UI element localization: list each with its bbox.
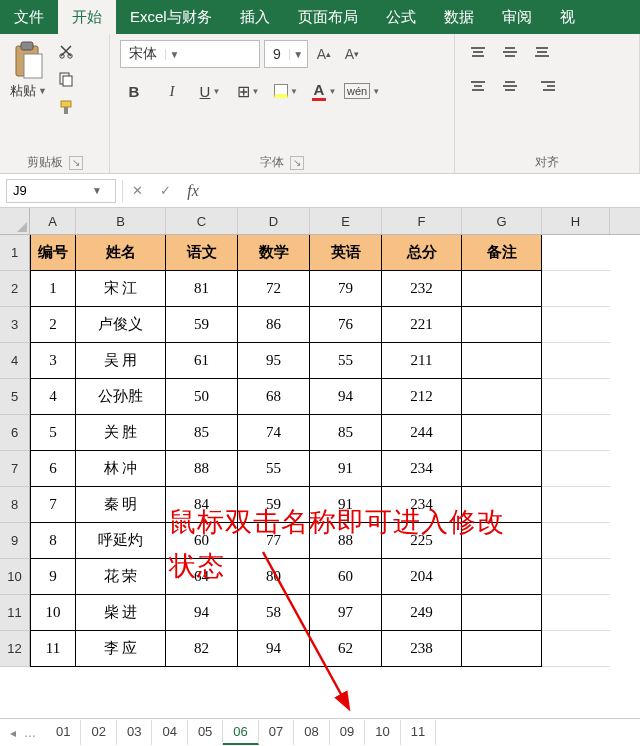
cell[interactable]: 呼延灼 (76, 523, 166, 559)
cell[interactable]: 77 (238, 523, 310, 559)
cell[interactable]: 64 (166, 559, 238, 595)
cell[interactable]: 88 (166, 451, 238, 487)
row-header[interactable]: 1 (0, 235, 30, 271)
cell[interactable]: 秦 明 (76, 487, 166, 523)
cell[interactable]: 6 (30, 451, 76, 487)
sheet-nav-first-icon[interactable]: ◂ (10, 726, 16, 740)
paste-label[interactable]: 粘贴 (10, 82, 36, 100)
cell[interactable]: 86 (238, 307, 310, 343)
font-dialog-icon[interactable]: ↘ (290, 156, 304, 170)
phonetic-button[interactable]: wén▼ (348, 78, 376, 104)
cut-button[interactable] (55, 40, 77, 62)
row-header[interactable]: 4 (0, 343, 30, 379)
sheet-tab[interactable]: 05 (188, 720, 223, 745)
increase-font-button[interactable]: A▴ (312, 40, 336, 68)
cell[interactable]: 95 (238, 343, 310, 379)
cell[interactable]: 76 (310, 307, 382, 343)
row-header[interactable]: 12 (0, 631, 30, 667)
sheet-tab[interactable]: 07 (259, 720, 294, 745)
bold-button[interactable]: B (120, 78, 148, 104)
sheet-nav-prev-icon[interactable]: … (24, 726, 36, 740)
cell[interactable]: 211 (382, 343, 462, 379)
col-header[interactable]: E (310, 208, 382, 234)
cell[interactable] (542, 235, 610, 271)
row-header[interactable]: 5 (0, 379, 30, 415)
cell[interactable] (462, 307, 542, 343)
cell[interactable]: 204 (382, 559, 462, 595)
cell[interactable]: 94 (310, 379, 382, 415)
cell[interactable] (542, 343, 610, 379)
cell[interactable]: 9 (30, 559, 76, 595)
col-header[interactable]: B (76, 208, 166, 234)
col-header[interactable]: A (30, 208, 76, 234)
cell[interactable] (542, 523, 610, 559)
tab-data[interactable]: 数据 (430, 0, 488, 34)
align-middle-button[interactable] (497, 40, 523, 64)
header-cell[interactable]: 英语 (310, 235, 382, 271)
cancel-formula-button[interactable]: ✕ (123, 183, 151, 198)
row-header[interactable]: 6 (0, 415, 30, 451)
row-header[interactable]: 7 (0, 451, 30, 487)
cell[interactable]: 79 (310, 271, 382, 307)
header-cell[interactable]: 数学 (238, 235, 310, 271)
cell[interactable]: 72 (238, 271, 310, 307)
cell[interactable]: 2 (30, 307, 76, 343)
header-cell[interactable]: 编号 (30, 235, 76, 271)
cell[interactable]: 238 (382, 631, 462, 667)
cell[interactable]: 卢俊义 (76, 307, 166, 343)
cell[interactable] (542, 487, 610, 523)
cell[interactable] (462, 451, 542, 487)
col-header[interactable]: G (462, 208, 542, 234)
tab-file[interactable]: 文件 (0, 0, 58, 34)
cell[interactable]: 59 (238, 487, 310, 523)
header-cell[interactable]: 总分 (382, 235, 462, 271)
cell[interactable]: 59 (166, 307, 238, 343)
cell[interactable]: 88 (310, 523, 382, 559)
sheet-tab[interactable]: 08 (294, 720, 329, 745)
tab-home[interactable]: 开始 (58, 0, 116, 34)
enter-formula-button[interactable]: ✓ (151, 183, 179, 198)
cell[interactable]: 81 (166, 271, 238, 307)
cell[interactable]: 花 荣 (76, 559, 166, 595)
cell[interactable]: 林 冲 (76, 451, 166, 487)
row-header[interactable]: 8 (0, 487, 30, 523)
sheet-tab[interactable]: 01 (46, 720, 81, 745)
cell[interactable]: 11 (30, 631, 76, 667)
cell[interactable] (462, 595, 542, 631)
cell[interactable] (462, 559, 542, 595)
align-left-button[interactable] (465, 74, 491, 98)
cell[interactable]: 8 (30, 523, 76, 559)
cell[interactable]: 4 (30, 379, 76, 415)
cell[interactable]: 吴 用 (76, 343, 166, 379)
cell[interactable] (462, 415, 542, 451)
cell[interactable] (542, 271, 610, 307)
cell[interactable]: 85 (310, 415, 382, 451)
align-bottom-button[interactable] (529, 40, 555, 64)
cell[interactable] (462, 379, 542, 415)
cell[interactable]: 91 (310, 451, 382, 487)
underline-button[interactable]: U▼ (196, 78, 224, 104)
cell[interactable]: 55 (310, 343, 382, 379)
align-center-button[interactable] (497, 74, 523, 98)
clipboard-dialog-icon[interactable]: ↘ (69, 156, 83, 170)
cell[interactable]: 234 (382, 451, 462, 487)
select-all-corner[interactable] (0, 208, 30, 234)
cell[interactable]: 84 (166, 487, 238, 523)
cell[interactable]: 74 (238, 415, 310, 451)
sheet-tab[interactable]: 11 (401, 720, 436, 745)
cell[interactable]: 68 (238, 379, 310, 415)
header-cell[interactable]: 语文 (166, 235, 238, 271)
cell[interactable]: 关 胜 (76, 415, 166, 451)
cell[interactable]: 249 (382, 595, 462, 631)
cell[interactable]: 50 (166, 379, 238, 415)
cell[interactable]: 244 (382, 415, 462, 451)
row-header[interactable]: 2 (0, 271, 30, 307)
cell[interactable]: 97 (310, 595, 382, 631)
row-header[interactable]: 3 (0, 307, 30, 343)
cell[interactable] (462, 523, 542, 559)
cell[interactable]: 柴 进 (76, 595, 166, 631)
fx-icon[interactable]: fx (179, 182, 207, 200)
cell[interactable]: 61 (166, 343, 238, 379)
font-name-combo[interactable]: 宋体▼ (120, 40, 260, 68)
cell[interactable]: 91 (310, 487, 382, 523)
